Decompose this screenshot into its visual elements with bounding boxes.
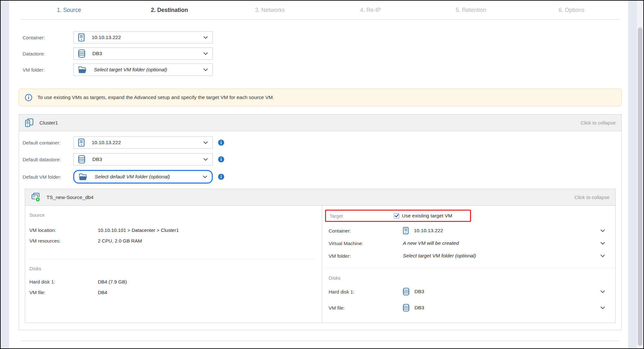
datastore-icon <box>403 304 409 312</box>
target-highlight-box: Target Use existing target VM <box>325 210 471 222</box>
step-networks[interactable]: 3. Networks <box>220 7 320 14</box>
target-container-row[interactable]: Container: 10.10.13.222 <box>325 226 615 235</box>
destination-form: Container: 10.10.13.222 Datastore: <box>19 31 622 76</box>
default-container-dropdown[interactable]: 10.10.13.222 <box>73 136 213 149</box>
default-container-value: 10.10.13.222 <box>92 140 121 145</box>
scrollbar-thumb[interactable] <box>638 27 642 346</box>
cluster-panel-header[interactable]: Cluster1 Click to collapse <box>19 115 621 131</box>
datastore-icon <box>403 288 409 295</box>
folder-icon <box>79 173 87 181</box>
chevron-down-icon <box>600 242 605 245</box>
default-container-row: Default container: 10.10.13.222 <box>23 136 616 149</box>
source-disks-label: Disks <box>29 266 315 271</box>
vm-folder-value: Select target VM folder (optional) <box>94 67 167 73</box>
target-disks-block: Disks Hard disk 1: DB3 <box>325 268 615 313</box>
vm-file-label: VM file: <box>29 290 98 295</box>
vm-file-value: DB4 <box>98 290 107 295</box>
cluster-panel: Cluster1 Click to collapse Default conta… <box>19 114 622 330</box>
datastore-icon <box>78 49 85 58</box>
source-disks-block: Disks Hard disk 1: DB4 (7.9 GB) VM file:… <box>29 259 315 295</box>
target-vm-file-value: DB3 <box>414 305 424 311</box>
target-section-label: Target <box>330 213 394 219</box>
chevron-down-icon <box>600 254 605 257</box>
target-column: Target Use existing target VM <box>322 206 615 323</box>
chevron-down-icon <box>203 68 208 71</box>
vm-location-label: VM location: <box>29 227 98 233</box>
hard-disk-value: DB4 (7.9 GB) <box>98 279 127 284</box>
target-vm-folder-label: VM folder: <box>329 253 403 259</box>
target-hard-disk-row[interactable]: Hard disk 1: DB3 <box>329 286 615 297</box>
host-icon <box>78 138 85 147</box>
info-icon[interactable] <box>218 139 224 146</box>
default-datastore-row: Default datastore: DB3 <box>23 153 616 165</box>
step-options[interactable]: 6. Options <box>521 7 622 14</box>
default-vm-folder-label: Default VM folder: <box>23 174 73 180</box>
use-existing-target-vm-checkbox[interactable]: Use existing target VM <box>394 213 452 219</box>
info-circle-icon <box>25 94 32 101</box>
target-vm-folder-value: Select target VM folder (optional) <box>403 253 476 259</box>
host-icon <box>78 33 85 42</box>
default-vm-folder-row: Default VM folder: Select default VM fol… <box>23 170 616 184</box>
default-datastore-label: Default datastore: <box>23 157 73 162</box>
chevron-down-icon <box>203 175 207 178</box>
step-retention[interactable]: 5. Retention <box>421 7 521 14</box>
default-vm-folder-dropdown[interactable]: Select default VM folder (optional) <box>73 170 213 184</box>
vm-folder-label: VM folder: <box>23 67 73 73</box>
chevron-down-icon <box>600 306 605 309</box>
step-source[interactable]: 1. Source <box>19 7 119 14</box>
banner-text: To use existing VMs as targets, expand t… <box>37 95 274 100</box>
target-vm-value: A new VM will be created <box>403 240 459 246</box>
cluster-icon <box>25 118 34 127</box>
vm-panel-header[interactable]: TS_new-Source_db4 Click to collapse <box>25 189 615 206</box>
datastore-icon <box>78 155 85 164</box>
info-icon[interactable] <box>218 174 224 180</box>
vm-resources-value: 2 CPU, 2.0 GB RAM <box>98 238 142 244</box>
footer-divider <box>21 341 620 341</box>
collapse-hint: Click to collapse <box>575 194 609 200</box>
default-datastore-value: DB3 <box>92 156 102 162</box>
source-vm-file-row: VM file: DB4 <box>29 290 315 295</box>
vm-folder-dropdown[interactable]: Select target VM folder (optional) <box>73 64 213 76</box>
vm-resources-label: VM resources: <box>29 238 98 244</box>
target-disks-label: Disks <box>329 275 615 281</box>
checkbox-label: Use existing target VM <box>402 213 452 219</box>
step-destination[interactable]: 2. Destination <box>119 7 220 14</box>
checkbox-checked-icon <box>394 213 399 219</box>
default-datastore-dropdown[interactable]: DB3 <box>73 153 213 165</box>
target-vm-file-label: VM file: <box>329 305 403 311</box>
stepper-divider <box>21 19 620 20</box>
source-section-label: Source <box>29 212 315 218</box>
vm-folder-row: VM folder: Select target VM folder (opti… <box>23 64 622 76</box>
folder-icon <box>78 66 87 74</box>
step-re-ip[interactable]: 4. Re-IP <box>320 7 421 14</box>
wizard-stepper: 1. Source 2. Destination 3. Networks 4. … <box>19 1 622 17</box>
info-banner: To use existing VMs as targets, expand t… <box>19 89 622 106</box>
container-value: 10.10.13.222 <box>92 35 121 40</box>
vm-location-value: 10.10.10.101 > Datacenter > Cluster1 <box>98 227 179 233</box>
target-rows: Container: 10.10.13.222 <box>325 226 615 260</box>
datastore-dropdown[interactable]: DB3 <box>73 47 213 60</box>
vm-location-row: VM location: 10.10.10.101 > Datacenter >… <box>29 227 315 233</box>
vm-icon <box>31 193 41 202</box>
wizard-window: 1. Source 2. Destination 3. Networks 4. … <box>0 0 644 349</box>
chevron-down-icon <box>203 141 208 144</box>
container-label: Container: <box>23 35 73 40</box>
target-vm-folder-row[interactable]: VM folder: Select target VM folder (opti… <box>325 252 615 260</box>
vm-panel: TS_new-Source_db4 Click to collapse Sour… <box>25 189 616 323</box>
vm-resources-row: VM resources: 2 CPU, 2.0 GB RAM <box>29 238 315 244</box>
vertical-scrollbar[interactable] <box>637 1 643 348</box>
info-icon[interactable] <box>218 156 224 163</box>
datastore-value: DB3 <box>92 51 102 56</box>
source-column: Source VM location: 10.10.10.101 > Datac… <box>25 206 322 323</box>
target-hard-disk-label: Hard disk 1: <box>329 289 403 294</box>
container-dropdown[interactable]: 10.10.13.222 <box>73 31 213 44</box>
wizard-page: 1. Source 2. Destination 3. Networks 4. … <box>9 1 628 348</box>
cluster-title: Cluster1 <box>39 120 58 126</box>
target-container-label: Container: <box>329 228 403 234</box>
target-virtual-machine-row[interactable]: Virtual Machine: A new VM will be create… <box>325 239 615 247</box>
chevron-down-icon <box>600 290 605 293</box>
chevron-down-icon <box>203 158 208 161</box>
container-row: Container: 10.10.13.222 <box>23 31 622 44</box>
target-container-value: 10.10.13.222 <box>414 228 443 234</box>
target-vm-file-row[interactable]: VM file: DB3 <box>329 303 615 313</box>
